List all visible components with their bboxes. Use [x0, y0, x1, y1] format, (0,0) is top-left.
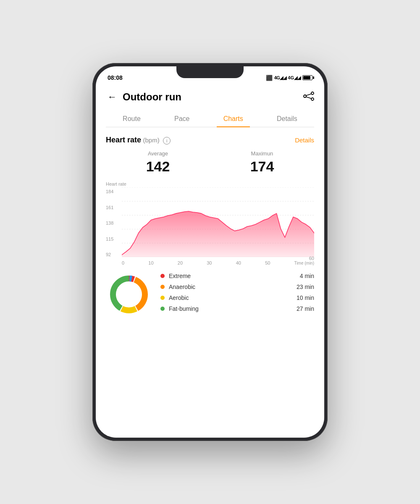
share-icon[interactable] [303, 92, 314, 103]
bottom-section: Extreme 4 min Anaerobic 23 min Aerobic 1… [106, 267, 314, 322]
section-title-group: Heart rate (bpm) i [106, 136, 171, 144]
aerobic-label: Aerobic [169, 294, 297, 301]
battery-fill [303, 76, 310, 79]
x-val-10: 10 [148, 260, 153, 265]
extreme-label: Extreme [169, 273, 300, 279]
y-val-161: 161 [106, 205, 113, 210]
maximum-label: Maximun [250, 150, 274, 157]
network2-icon: 4G◢◢ [288, 75, 301, 81]
info-icon[interactable]: i [163, 137, 171, 144]
status-icons: ⬛ 4G◢◢ 4G◢◢ [266, 75, 312, 81]
extreme-time: 4 min [300, 273, 314, 279]
status-time: 08:08 [108, 74, 123, 81]
section-title: Heart rate [106, 136, 141, 144]
y-val-92: 92 [106, 252, 113, 257]
network-icon: 4G◢◢ [274, 75, 286, 81]
details-link[interactable]: Details [295, 136, 314, 144]
phone-screen: 08:08 ⬛ 4G◢◢ 4G◢◢ ← Outdoor run [96, 66, 324, 438]
tab-pace[interactable]: Pace [168, 111, 196, 127]
anaerobic-label: Anaerobic [169, 284, 297, 290]
section-header: Heart rate (bpm) i Details [106, 136, 314, 144]
donut-chart [106, 271, 152, 318]
heart-rate-chart: Heart rate 184 161 138 115 92 [106, 181, 314, 265]
x-val-0: 0 [122, 260, 124, 265]
legend-item-extreme: Extreme 4 min [160, 273, 314, 279]
x-val-60: 60Time (min) [294, 256, 314, 265]
notch [176, 66, 244, 78]
tab-details[interactable]: Details [270, 111, 304, 127]
chart-y-values: 184 161 138 115 92 [106, 189, 113, 257]
bluetooth-icon: ⬛ [266, 75, 273, 81]
y-val-138: 138 [106, 220, 113, 226]
y-val-115: 115 [106, 236, 113, 242]
x-val-30: 30 [207, 260, 212, 265]
fatburn-label: Fat-buming [169, 305, 297, 312]
maximum-stat: Maximun 174 [250, 150, 274, 175]
back-button[interactable]: ← [106, 90, 118, 104]
anaerobic-dot [160, 285, 165, 289]
average-value: 142 [146, 158, 170, 175]
svg-point-2 [311, 98, 314, 100]
average-label: Average [146, 150, 170, 157]
maximum-value: 174 [250, 158, 274, 175]
y-val-184: 184 [106, 189, 113, 194]
fatburn-time: 27 min [297, 305, 314, 312]
stats-row: Average 142 Maximun 174 [106, 150, 314, 175]
legend-item-anaerobic: Anaerobic 23 min [160, 284, 314, 290]
x-val-50: 50 [265, 260, 270, 265]
page-header: ← Outdoor run [106, 85, 314, 111]
x-val-20: 20 [178, 260, 183, 265]
page-title: Outdoor run [123, 91, 303, 103]
section-unit: (bpm) [143, 136, 160, 144]
battery-icon [302, 75, 312, 80]
tab-charts[interactable]: Charts [217, 111, 250, 127]
svg-line-3 [306, 94, 311, 95]
x-val-40: 40 [236, 260, 241, 265]
extreme-dot [160, 274, 165, 278]
legend-item-aerobic: Aerobic 10 min [160, 294, 314, 301]
average-stat: Average 142 [146, 150, 170, 175]
svg-point-0 [304, 95, 306, 97]
svg-point-1 [311, 92, 314, 94]
fatburn-dot [160, 307, 165, 311]
aerobic-dot [160, 296, 165, 300]
chart-y-label: Heart rate [106, 181, 126, 186]
aerobic-time: 10 min [297, 294, 314, 301]
chart-x-axis: 0 10 20 30 40 50 60Time (min) [122, 256, 314, 265]
tab-bar: Route Pace Charts Details [106, 111, 314, 127]
legend-item-fatburn: Fat-buming 27 min [160, 305, 314, 312]
screen-content: ← Outdoor run Route Pace Charts D [96, 85, 324, 438]
svg-point-16 [117, 283, 141, 306]
svg-line-4 [306, 97, 311, 98]
legend-items: Extreme 4 min Anaerobic 23 min Aerobic 1… [160, 273, 314, 316]
anaerobic-time: 23 min [297, 284, 314, 290]
phone-frame: 08:08 ⬛ 4G◢◢ 4G◢◢ ← Outdoor run [92, 63, 328, 441]
chart-svg-area [122, 187, 314, 257]
tab-route[interactable]: Route [116, 111, 147, 127]
